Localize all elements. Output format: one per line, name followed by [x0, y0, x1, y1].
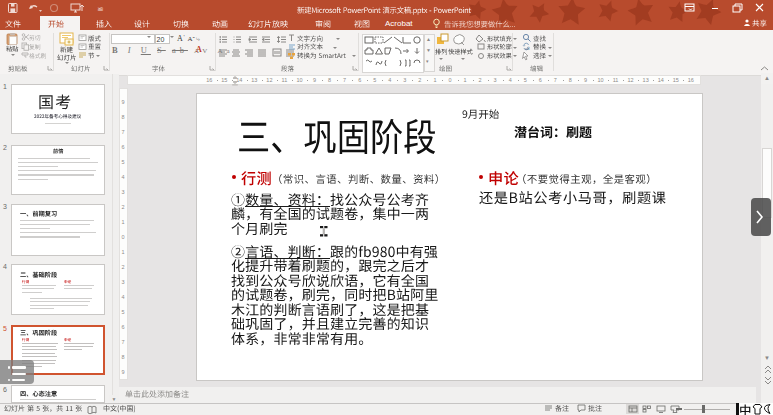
svg-text:ab: ab: [525, 46, 530, 51]
